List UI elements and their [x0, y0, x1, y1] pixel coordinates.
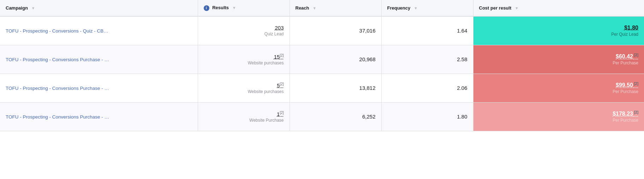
reach-sort-icon[interactable]: ▼ [312, 6, 316, 10]
cost-column-header[interactable]: Cost per result ▼ [473, 0, 644, 16]
cost-cell: $1.80Per Quiz Lead [473, 16, 644, 45]
results-label: Website purchases [204, 60, 284, 65]
cost-amount: $99.50 [2] [616, 82, 638, 88]
campaign-cell: TOFU - Prospecting - Conversions Purchas… [0, 102, 198, 131]
frequency-cell: 1.80 [381, 102, 473, 131]
results-label: Website purchases [204, 89, 284, 94]
results-label: Quiz Lead [204, 31, 284, 36]
results-cell: 1[2]Website Purchase [198, 102, 290, 131]
reach-cell: 6,252 [290, 102, 381, 131]
frequency-cell: 2.06 [381, 74, 473, 102]
reach-cell: 20,968 [290, 45, 381, 74]
results-column-label: Results [212, 5, 229, 10]
cost-cell: $60.42 [2]Per Purchase [473, 45, 644, 74]
campaign-link[interactable]: TOFU - Prospecting - Conversions - Quiz … [6, 28, 108, 34]
cost-column-label: Cost per result [479, 5, 512, 11]
campaign-sort-icon[interactable]: ▼ [31, 6, 35, 10]
reach-cell: 37,016 [290, 16, 381, 45]
campaign-column-header[interactable]: Campaign ▼ [0, 0, 198, 16]
campaign-cell: TOFU - Prospecting - Conversions - Quiz … [0, 16, 198, 45]
campaign-column-label: Campaign [6, 5, 28, 11]
annotation-arrow [552, 0, 602, 4]
cost-label: Per Purchase [613, 60, 638, 65]
cost-cell: $178.23 [2]Per Purchase [473, 102, 644, 131]
reach-column-header[interactable]: Reach ▼ [290, 0, 381, 16]
results-cell: 15[2]Website purchases [198, 45, 290, 74]
table-row: TOFU - Prospecting - Conversions Purchas… [0, 74, 644, 102]
cost-label: Per Purchase [613, 118, 638, 123]
table-row: TOFU - Prospecting - Conversions - Quiz … [0, 16, 644, 45]
frequency-cell: 2.58 [381, 45, 473, 74]
results-column-header[interactable]: i Results ▼ [198, 0, 290, 16]
frequency-column-label: Frequency [387, 5, 411, 11]
campaign-link[interactable]: TOFU - Prospecting - Conversions Purchas… [6, 114, 109, 120]
cost-amount: $60.42 [2] [616, 53, 638, 60]
results-value: 1[2] [204, 111, 284, 117]
campaign-link[interactable]: TOFU - Prospecting - Conversions Purchas… [6, 57, 109, 62]
results-cell: 203Quiz Lead [198, 16, 290, 45]
frequency-column-header[interactable]: Frequency ▼ [381, 0, 473, 16]
results-value: 203 [204, 25, 284, 31]
cost-amount: $1.80 [624, 25, 638, 31]
campaign-cell: TOFU - Prospecting - Conversions Purchas… [0, 74, 198, 102]
table-row: TOFU - Prospecting - Conversions Purchas… [0, 45, 644, 74]
campaign-cell: TOFU - Prospecting - Conversions Purchas… [0, 45, 198, 74]
data-table: Campaign ▼ i Results ▼ Reach ▼ Frequency… [0, 0, 644, 131]
reach-cell: 13,812 [290, 74, 381, 102]
cost-amount: $178.23 [2] [613, 110, 638, 117]
cost-sort-icon[interactable]: ▼ [515, 6, 519, 10]
table-row: TOFU - Prospecting - Conversions Purchas… [0, 102, 644, 131]
results-value: 5[2] [204, 82, 284, 88]
reach-column-label: Reach [296, 5, 309, 11]
frequency-cell: 1.64 [381, 16, 473, 45]
results-value: 15[2] [204, 53, 284, 60]
results-label: Website Purchase [204, 118, 284, 123]
results-sort-icon[interactable]: ▼ [232, 6, 236, 10]
cost-label: Per Purchase [613, 89, 638, 94]
frequency-sort-icon[interactable]: ▼ [414, 6, 418, 10]
campaign-link[interactable]: TOFU - Prospecting - Conversions Purchas… [6, 86, 109, 91]
results-cell: 5[2]Website purchases [198, 74, 290, 102]
results-info-icon[interactable]: i [204, 5, 209, 11]
cost-label: Per Quiz Lead [611, 32, 638, 37]
cost-cell: $99.50 [2]Per Purchase [473, 74, 644, 102]
